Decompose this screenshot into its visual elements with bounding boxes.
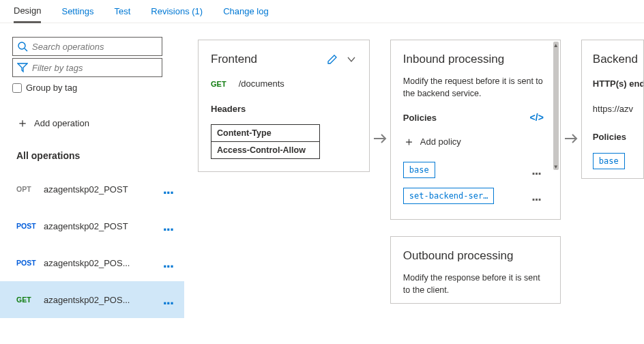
operation-name: azagentskp02_POS...: [44, 295, 159, 305]
flow-arrow: [561, 40, 581, 146]
operation-row[interactable]: POST azagentskp02_POS... ...: [0, 244, 184, 281]
method-badge: POST: [16, 222, 44, 230]
route-path: /documents: [239, 78, 284, 89]
edit-icon[interactable]: [327, 54, 338, 65]
flow-arrow: [370, 40, 390, 146]
policy-chip[interactable]: base: [403, 162, 435, 178]
chevron-down-icon[interactable]: [346, 54, 357, 65]
add-policy-label: Add policy: [420, 137, 461, 147]
design-canvas: Frontend GET /documents Headers Content-…: [184, 23, 644, 344]
outbound-desc: Modify the response before it is sent to…: [403, 272, 544, 296]
policies-label: Policies: [403, 113, 437, 123]
backend-policies-label: Policies: [593, 132, 643, 142]
arrow-right-icon: [564, 131, 579, 146]
operation-row[interactable]: GET azagentskp02_POS... ...: [0, 281, 184, 318]
scroll-down-icon[interactable]: ▼: [553, 163, 559, 170]
filter-tags-input-wrap[interactable]: [12, 58, 162, 77]
operation-name: azagentskp02_POST: [44, 221, 159, 231]
tab-revisions[interactable]: Revisions (1): [151, 0, 203, 23]
operation-menu-icon[interactable]: ...: [159, 291, 177, 309]
policy-menu-icon[interactable]: ...: [531, 162, 544, 178]
method-badge: OPT: [16, 185, 44, 193]
search-operations-input-wrap[interactable]: [12, 37, 162, 56]
filter-tags-input[interactable]: [32, 63, 158, 73]
frontend-title: Frontend: [211, 53, 257, 66]
tab-design[interactable]: Design: [14, 0, 41, 23]
arrow-right-icon: [372, 131, 387, 146]
group-by-tag-label: Group by tag: [26, 83, 77, 93]
method-badge: POST: [16, 259, 44, 267]
operation-row[interactable]: OPT azagentskp02_POST ...: [0, 171, 184, 207]
backend-endpoint-url: https://azv: [593, 104, 643, 114]
operation-menu-icon[interactable]: ...: [159, 254, 177, 272]
inbound-desc: Modify the request before it is sent to …: [403, 76, 544, 100]
operation-row[interactable]: POST azagentskp02_POST ...: [0, 207, 184, 244]
headers-label: Headers: [211, 104, 357, 114]
policy-menu-icon[interactable]: ...: [531, 188, 544, 204]
backend-card: Backend HTTP(s) endpoint https://azv Pol…: [581, 40, 644, 179]
add-policy-button[interactable]: ＋ Add policy: [403, 134, 544, 149]
header-item[interactable]: Content-Type: [211, 124, 320, 142]
operation-name: azagentskp02_POS...: [44, 258, 159, 268]
outbound-processing-card: Outbound processing Modify the response …: [390, 236, 561, 304]
policy-chip[interactable]: base: [593, 153, 625, 169]
operation-menu-icon[interactable]: ...: [159, 217, 177, 235]
backend-title: Backend: [593, 53, 643, 66]
tab-change-log[interactable]: Change log: [223, 0, 269, 23]
plus-icon: ＋: [403, 134, 415, 149]
method-badge: GET: [16, 296, 44, 304]
frontend-card: Frontend GET /documents Headers Content-…: [198, 40, 370, 172]
policy-chip[interactable]: set-backend-ser…: [403, 188, 495, 204]
scrollbar[interactable]: ▲ ▼: [553, 42, 559, 170]
code-editor-icon[interactable]: </>: [530, 112, 544, 123]
tab-test[interactable]: Test: [114, 0, 130, 23]
operations-list: OPT azagentskp02_POST ... POST azagentsk…: [0, 171, 184, 318]
filter-icon: [17, 62, 28, 73]
route-method: GET: [211, 80, 226, 88]
svg-point-0: [18, 42, 25, 49]
inbound-title: Inbound processing: [403, 53, 544, 66]
operations-sidebar: Group by tag ＋ Add operation All operati…: [0, 23, 184, 344]
backend-endpoint-label: HTTP(s) endpoint: [593, 78, 643, 89]
header-item[interactable]: Access-Control-Allow: [211, 141, 320, 159]
tab-settings[interactable]: Settings: [61, 0, 93, 23]
search-icon: [17, 41, 28, 52]
scroll-up-icon[interactable]: ▲: [553, 42, 559, 48]
svg-line-1: [25, 48, 27, 51]
search-operations-input[interactable]: [32, 42, 158, 52]
group-by-tag-checkbox[interactable]: Group by tag: [12, 83, 172, 93]
add-operation-label: Add operation: [34, 118, 89, 128]
plus-icon: ＋: [16, 115, 29, 131]
operation-menu-icon[interactable]: ...: [159, 180, 177, 198]
inbound-processing-card: ▲ ▼ Inbound processing Modify the reques…: [390, 40, 561, 220]
outbound-title: Outbound processing: [403, 249, 544, 263]
operation-name: azagentskp02_POST: [44, 184, 159, 195]
tab-bar: Design Settings Test Revisions (1) Chang…: [0, 0, 644, 23]
all-operations-header[interactable]: All operations: [12, 150, 172, 161]
group-by-tag-box[interactable]: [12, 83, 22, 93]
add-operation-button[interactable]: ＋ Add operation: [12, 115, 172, 131]
